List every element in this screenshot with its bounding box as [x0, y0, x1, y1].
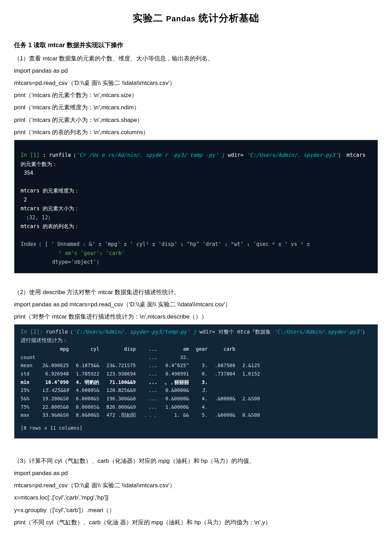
table-cell: [215, 353, 242, 362]
code-line: print（'mtcars 的表的列名为：\n',mtcars.columns）: [14, 127, 378, 137]
table-cell: 10.4^090: [42, 378, 76, 387]
table-cell: 8.&S00: [242, 411, 267, 420]
table-cell: .687500: [215, 362, 242, 370]
table-cell: 3.: [196, 378, 215, 387]
table-cell: 3.: [196, 362, 215, 370]
task2-q: （2）使用 describe 方法对整个 mtcar 数据集进行描述性统计。: [14, 287, 378, 297]
table-cell: 1. &&: [165, 411, 196, 420]
code-line: print（'mtcars 的元素大小为：\n',mtcars.shape）: [14, 115, 378, 125]
table-cell: 5.: [196, 411, 215, 420]
table-cell: 0.498991: [165, 370, 196, 378]
table-cell: [42, 353, 76, 362]
table-cell: 6.926948: [42, 370, 76, 378]
table-cell: [215, 386, 242, 395]
table-cell: [215, 378, 242, 387]
table-cell: [242, 403, 267, 411]
code-line: print（'不同 cyl（气缸数）、carb（化油 器）对应的 mpg（油耗）…: [14, 518, 378, 527]
table-header: carb: [215, 345, 242, 353]
code-line: import pandas as pd: [14, 468, 378, 478]
table-cell: 8.0000S&: [76, 403, 106, 411]
console-output-1: In [1] : runfile（'Cr /Us e rs/Ad/nin/. s…: [14, 140, 378, 274]
table-cell: 6.1875&&: [76, 362, 106, 370]
table-cell: 472 .阳如阳: [106, 411, 143, 420]
table-cell: 4.: [196, 395, 215, 403]
table-cell: 1.785922: [76, 370, 106, 378]
table-footer: [8 rows x 11 columns]: [21, 424, 371, 432]
table-cell: 33.9&0&S0: [42, 411, 76, 420]
code-line: y=x.groupby（['cyl','carb']）.mean（）: [14, 505, 378, 515]
code-line: import pandas as pd: [14, 66, 378, 75]
table-cell: .737804: [215, 370, 242, 378]
code-line: print（'mtcars 的元素个数为：\n',mtcars.size）: [14, 90, 378, 100]
table-cell: 0.&0000&: [165, 386, 196, 395]
table-cell: ...: [143, 378, 165, 387]
table-cell: [106, 353, 143, 362]
describe-table: mpgcyldisp...amgearcarb count...32.mean2…: [21, 345, 267, 420]
table-cell: 。，丽丽丽: [165, 378, 196, 387]
table-cell: 4. 明豹的: [76, 378, 106, 387]
table-cell: 6.0000&S: [76, 395, 106, 403]
table-cell: [242, 378, 267, 387]
table-cell: [242, 386, 267, 395]
table-header: [21, 345, 42, 353]
table-cell: [196, 353, 215, 362]
table-header: disp: [106, 345, 143, 353]
table-header: ...: [143, 345, 165, 353]
table-cell: 1,6152: [242, 370, 267, 378]
table-header: am: [165, 345, 196, 353]
table-cell: ...: [143, 403, 165, 411]
table-cell: ...: [143, 395, 165, 403]
table-header: gear: [196, 345, 215, 353]
table-cell: ...: [143, 386, 165, 395]
table-cell: 3.: [196, 386, 215, 395]
table-cell: .&0000&: [215, 411, 242, 420]
table-cell: 4.0000S&: [76, 386, 106, 395]
code-line: mtcars=pd.read_csv（'D:\\桌 面\\ 实验二 \\data…: [14, 78, 378, 88]
doc-title: 实验二 Pandas 统计分析基础: [14, 10, 378, 26]
table-header: cyl: [76, 345, 106, 353]
task1-q1: （1）查看 mtcar 数据集的元素的个数、维度、大小等信息，输出表的列名。: [14, 54, 378, 63]
table-cell: 120.B25&&9: [106, 386, 143, 395]
table-cell: ...: [143, 362, 165, 370]
table-cell: 32.: [165, 353, 196, 362]
code-line: print（'对整个 mtcar 数据集进行描述性统计为：\n',mtcars.…: [14, 312, 378, 321]
table-cell: 2.&S00: [242, 395, 267, 403]
table-cell: .&0000&: [215, 395, 242, 403]
code-line: mtcars=pd.read_csv（'D:\\桌 面\\ 实验二 \\data…: [14, 481, 378, 490]
table-cell: 75%: [21, 403, 42, 411]
table-cell: 123.938694: [106, 370, 143, 378]
table-cell: 0.&0000&: [165, 395, 196, 403]
table-cell: [76, 353, 106, 362]
table-cell: 1.&0000&: [165, 403, 196, 411]
table-cell: 8.0&00&S: [76, 411, 106, 420]
table-cell: count: [21, 353, 42, 362]
table-cell: max: [21, 411, 42, 420]
table-cell: 25%: [21, 386, 42, 395]
table-cell: min: [21, 378, 42, 387]
table-cell: mean: [21, 362, 42, 370]
table-header: mpg: [42, 345, 76, 353]
table-cell: 2.&125: [242, 362, 267, 370]
code-line: x=mtcars.loc[:,['cyl','carb','mpg','hp']…: [14, 493, 378, 502]
table-cell: 0.4^625^: [165, 362, 196, 370]
table-cell: std: [21, 370, 42, 378]
table-cell: 196.300&&0: [106, 395, 143, 403]
task1-heading: 任务 1 读取 mtcar 数据并实现以下操作: [14, 40, 378, 50]
table-cell: 2&.090625: [42, 362, 76, 370]
table-cell: ...: [143, 370, 165, 378]
console-output-2: In [2]: runfile（'C:/Users/Admin/. spyder…: [14, 324, 378, 438]
code-line: import pandas as pd mtcars=pd.read_csv（'…: [14, 300, 378, 309]
table-cell: 19.200&S0: [42, 395, 76, 403]
table-cell: 0.: [196, 370, 215, 378]
table-cell: ．．．: [143, 411, 165, 420]
table-cell: 4.: [196, 403, 215, 411]
task3-q: （3）计算不同 cyl（气缸数）、carb（化油器）对应的 mpg（油耗）和 h…: [14, 456, 378, 466]
table-cell: 71.100&&9: [106, 378, 143, 387]
table-cell: 23&.721S75: [106, 362, 143, 370]
table-cell: [215, 403, 242, 411]
table-cell: 5&%: [21, 395, 42, 403]
table-cell: 22.800S&0: [42, 403, 76, 411]
table-cell: B26.000&&9: [106, 403, 143, 411]
table-cell: [242, 353, 267, 362]
table-cell: L5.425&&9: [42, 386, 76, 395]
